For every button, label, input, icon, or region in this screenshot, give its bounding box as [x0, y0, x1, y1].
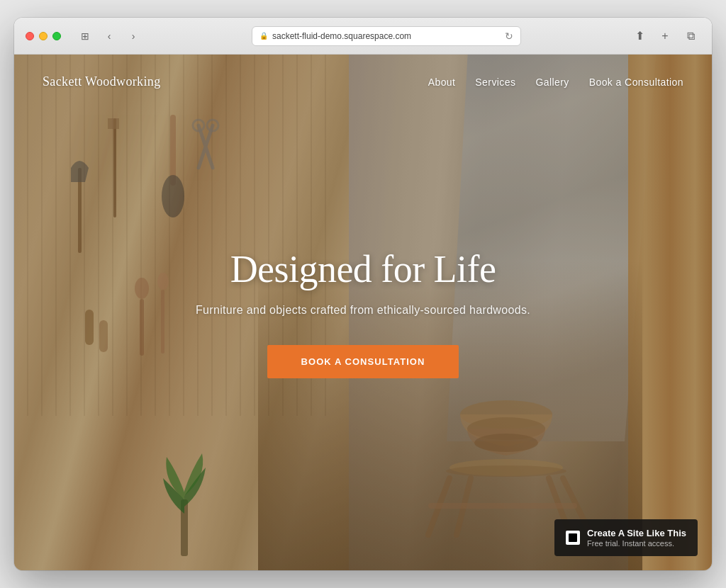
back-button[interactable]: ‹ [99, 29, 119, 43]
fullscreen-button[interactable] [52, 32, 61, 40]
squarespace-badge-title: Create A Site Like This [587, 528, 686, 538]
browser-actions: ⬆ + ⧉ [630, 26, 700, 46]
site-logo[interactable]: Sackett Woodworking [43, 74, 161, 89]
forward-button[interactable]: › [123, 29, 143, 43]
nav-gallery[interactable]: Gallery [535, 77, 569, 88]
nav-links: About Services Gallery Book a Consultati… [428, 77, 683, 88]
squarespace-logo-icon [566, 531, 580, 545]
cta-button[interactable]: Book a Consultation [267, 345, 459, 378]
squarespace-badge[interactable]: Create A Site Like This Free trial. Inst… [554, 519, 698, 556]
nav-services[interactable]: Services [475, 77, 515, 88]
hero-subtitle: Furniture and objects crafted from ethic… [196, 304, 530, 317]
browser-chrome: ⊞ ‹ › 🔒 sackett-fluid-demo.squarespace.c… [14, 18, 712, 55]
squarespace-badge-text: Create A Site Like This Free trial. Inst… [587, 528, 686, 548]
hero-content: Designed for Life Furniture and objects … [14, 55, 712, 570]
website-content: Sackett Woodworking About Services Galle… [14, 55, 712, 570]
squarespace-badge-subtitle: Free trial. Instant access. [587, 539, 686, 548]
nav-book-consultation[interactable]: Book a Consultation [589, 77, 683, 88]
hero-title: Designed for Life [230, 247, 496, 291]
browser-window: ⊞ ‹ › 🔒 sackett-fluid-demo.squarespace.c… [14, 18, 712, 570]
tab-overview-button[interactable]: ⧉ [681, 26, 700, 46]
squarespace-logo-inner [569, 533, 577, 542]
minimize-button[interactable] [39, 32, 48, 40]
reload-button[interactable]: ↻ [505, 30, 513, 42]
nav-about[interactable]: About [428, 77, 456, 88]
address-bar[interactable]: 🔒 sackett-fluid-demo.squarespace.com ↻ [252, 26, 521, 46]
nav-controls: ⊞ ‹ › [75, 29, 143, 43]
url-text: sackett-fluid-demo.squarespace.com [272, 31, 411, 41]
share-button[interactable]: ⬆ [630, 26, 649, 46]
address-bar-container: 🔒 sackett-fluid-demo.squarespace.com ↻ [152, 26, 621, 46]
lock-icon: 🔒 [259, 32, 268, 40]
site-nav: Sackett Woodworking About Services Galle… [14, 55, 712, 109]
traffic-lights [26, 32, 61, 40]
new-tab-button[interactable]: + [655, 26, 675, 46]
sidebar-toggle[interactable]: ⊞ [75, 29, 95, 43]
close-button[interactable] [26, 32, 34, 40]
